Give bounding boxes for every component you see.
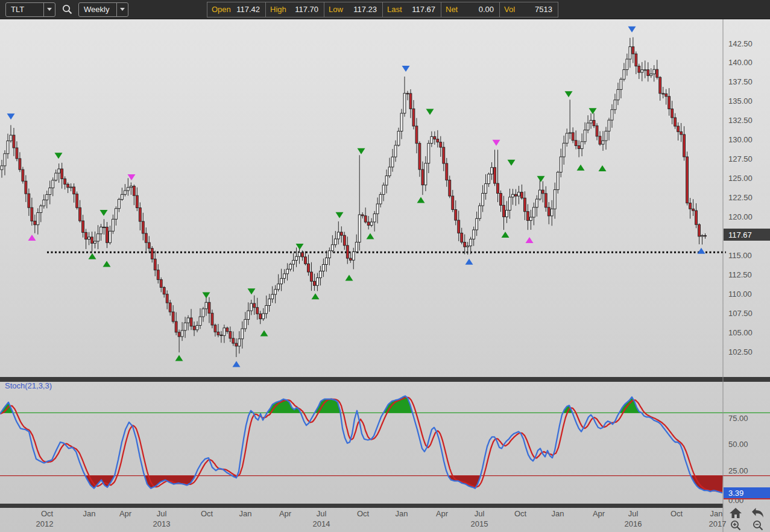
quote-value: 0.00 <box>479 5 499 14</box>
month-tick-label: Jan <box>83 509 96 518</box>
home-icon <box>730 508 742 518</box>
price-tick-label: 110.00 <box>728 290 752 299</box>
price-tick-label: 112.50 <box>728 270 752 279</box>
month-tick-label: Jan <box>710 509 723 518</box>
chevron-down-icon <box>120 8 125 11</box>
quote-label: Vol <box>500 5 515 14</box>
search-button[interactable] <box>62 4 73 15</box>
undo-icon <box>752 508 764 518</box>
price-tick-label: 125.00 <box>728 174 753 183</box>
price-tick-label: 122.50 <box>728 193 753 202</box>
month-tick-label: Oct <box>514 509 527 518</box>
stoch-value-badge: 3.39 <box>724 487 770 499</box>
month-tick-label: Jan <box>239 509 252 518</box>
price-tick-label: 127.50 <box>728 154 753 163</box>
panel-separator <box>0 377 770 382</box>
month-tick-label: Apr <box>593 509 605 518</box>
toolbar: TLT Weekly Open117.42High117.70Low117.23… <box>0 0 770 19</box>
quote-high: High117.70 <box>266 2 324 17</box>
quote-value: 117.42 <box>236 5 265 14</box>
quote-last: Last117.67 <box>383 2 441 17</box>
zoom-in-button[interactable] <box>728 519 743 531</box>
zoom-in-icon <box>730 520 741 531</box>
quote-value: 117.70 <box>295 5 324 14</box>
quote-label: High <box>266 5 286 14</box>
timeaxis-separator <box>0 504 723 508</box>
month-tick-label: Jul <box>317 509 327 518</box>
month-tick-label: Jan <box>396 509 408 518</box>
year-tick-label: 2015 <box>471 519 488 528</box>
price-tick-label: 132.50 <box>728 116 753 125</box>
year-tick-label: 2014 <box>313 519 330 528</box>
month-tick-label: Jul <box>475 509 485 518</box>
symbol-select[interactable]: TLT <box>5 2 55 17</box>
zoom-out-button[interactable] <box>751 519 765 531</box>
search-icon <box>62 4 73 15</box>
home-button[interactable] <box>728 507 743 519</box>
month-tick-label: Oct <box>201 509 213 518</box>
quote-bar: Open117.42High117.70Low117.23Last117.67N… <box>207 2 558 17</box>
year-tick-label: 2017 <box>709 519 727 528</box>
price-tick-label: 142.50 <box>728 39 753 48</box>
month-tick-label: Oct <box>41 509 54 518</box>
quote-value: 117.23 <box>353 5 382 14</box>
chart-background <box>0 19 770 532</box>
quote-net: Net0.00 <box>441 2 500 17</box>
trading-app-window: 142.50140.00137.50135.00132.50130.00127.… <box>0 0 770 532</box>
undo-button[interactable] <box>751 507 765 519</box>
year-tick-label: 2016 <box>625 519 642 528</box>
price-tick-label: 137.50 <box>728 77 753 86</box>
quote-value: 117.67 <box>412 5 441 14</box>
chart-canvas[interactable]: 142.50140.00137.50135.00132.50130.00127.… <box>0 0 770 532</box>
quote-value: 7513 <box>535 5 558 14</box>
quote-label: Last <box>383 5 402 14</box>
price-tick-label: 115.00 <box>728 251 752 260</box>
stoch-indicator-label: Stoch(21,3,3) <box>5 381 52 390</box>
stoch-tick-label: 75.00 <box>728 414 748 423</box>
interval-dropdown-button[interactable] <box>116 3 128 16</box>
zoom-out-icon <box>753 520 763 531</box>
month-tick-label: Oct <box>671 509 683 518</box>
month-tick-label: Jul <box>628 509 639 518</box>
price-tick-label: 120.00 <box>728 212 753 221</box>
quote-open: Open117.42 <box>207 2 266 17</box>
quote-label: Net <box>441 5 458 14</box>
price-tick-label: 107.50 <box>728 309 753 318</box>
quote-label: Open <box>207 5 231 14</box>
symbol-value: TLT <box>6 5 43 14</box>
month-tick-label: Oct <box>357 509 370 518</box>
price-tick-label: 135.00 <box>728 97 753 106</box>
month-tick-label: Jan <box>552 509 564 518</box>
interval-select[interactable]: Weekly <box>78 2 128 17</box>
month-tick-label: Apr <box>436 509 449 518</box>
interval-value: Weekly <box>79 5 116 14</box>
quote-vol: Vol7513 <box>500 2 558 17</box>
chevron-down-icon <box>47 8 52 11</box>
stoch-tick-label: 50.00 <box>728 440 748 449</box>
month-tick-label: Apr <box>279 509 292 518</box>
price-tick-label: 105.00 <box>728 328 753 337</box>
year-tick-label: 2012 <box>36 519 54 528</box>
quote-low: Low117.23 <box>324 2 383 17</box>
price-tick-label: 140.00 <box>728 58 753 67</box>
month-tick-label: Jul <box>157 509 167 518</box>
symbol-dropdown-button[interactable] <box>43 3 55 16</box>
price-tick-label: 102.50 <box>728 347 753 356</box>
month-tick-label: Apr <box>119 509 132 518</box>
quote-label: Low <box>324 5 343 14</box>
stoch-tick-label: 25.00 <box>728 466 748 475</box>
chart-nav-toolbar <box>728 507 767 531</box>
last-price-badge: 117.67 <box>724 229 770 241</box>
price-tick-label: 130.00 <box>728 135 753 144</box>
year-tick-label: 2013 <box>153 519 171 528</box>
